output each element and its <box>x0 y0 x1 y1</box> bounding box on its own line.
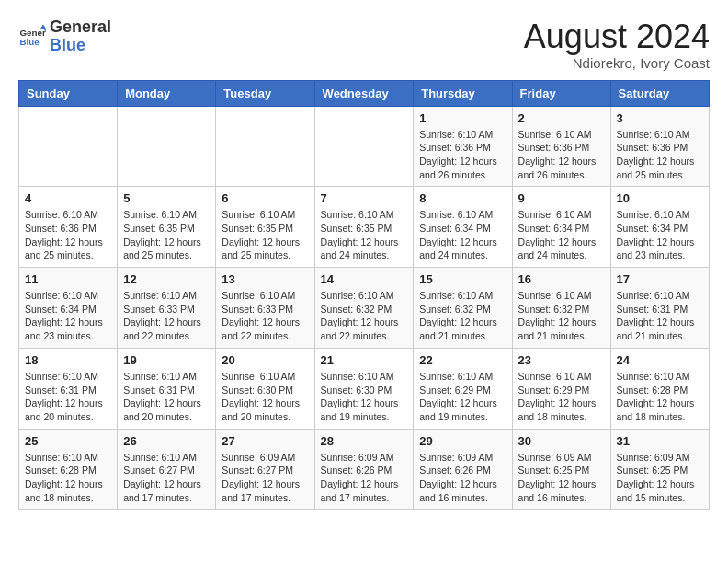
day-number: 13 <box>222 272 308 286</box>
calendar-cell: 10Sunrise: 6:10 AMSunset: 6:34 PMDayligh… <box>610 187 709 268</box>
calendar-cell: 27Sunrise: 6:09 AMSunset: 6:27 PMDayligh… <box>216 429 314 510</box>
logo-text: General Blue <box>50 18 111 55</box>
day-info: Sunrise: 6:10 AMSunset: 6:32 PMDaylight:… <box>518 289 605 343</box>
day-info: Sunrise: 6:10 AMSunset: 6:29 PMDaylight:… <box>419 370 506 424</box>
calendar-cell: 1Sunrise: 6:10 AMSunset: 6:36 PMDaylight… <box>414 106 512 187</box>
svg-text:General: General <box>20 27 47 37</box>
day-info: Sunrise: 6:10 AMSunset: 6:36 PMDaylight:… <box>518 128 605 182</box>
day-info: Sunrise: 6:09 AMSunset: 6:25 PMDaylight:… <box>617 451 703 505</box>
day-info: Sunrise: 6:10 AMSunset: 6:34 PMDaylight:… <box>617 208 703 262</box>
day-info: Sunrise: 6:09 AMSunset: 6:26 PMDaylight:… <box>419 451 506 505</box>
day-number: 27 <box>222 434 308 448</box>
calendar-cell: 19Sunrise: 6:10 AMSunset: 6:31 PMDayligh… <box>118 348 216 429</box>
day-number: 4 <box>25 191 111 205</box>
calendar-cell: 12Sunrise: 6:10 AMSunset: 6:33 PMDayligh… <box>118 268 216 349</box>
logo-line1: General <box>50 18 111 37</box>
location: Ndiorekro, Ivory Coast <box>524 55 710 71</box>
day-info: Sunrise: 6:10 AMSunset: 6:36 PMDaylight:… <box>25 208 111 262</box>
day-info: Sunrise: 6:10 AMSunset: 6:28 PMDaylight:… <box>25 451 111 505</box>
header: General Blue General Blue August 2024 Nd… <box>18 18 710 71</box>
calendar-cell: 16Sunrise: 6:10 AMSunset: 6:32 PMDayligh… <box>512 268 610 349</box>
day-number: 11 <box>25 272 111 286</box>
calendar-cell: 22Sunrise: 6:10 AMSunset: 6:29 PMDayligh… <box>414 348 512 429</box>
weekday-header: Monday <box>118 80 216 106</box>
calendar-cell: 17Sunrise: 6:10 AMSunset: 6:31 PMDayligh… <box>610 268 709 349</box>
calendar-cell: 24Sunrise: 6:10 AMSunset: 6:28 PMDayligh… <box>610 348 709 429</box>
calendar-cell: 5Sunrise: 6:10 AMSunset: 6:35 PMDaylight… <box>118 187 216 268</box>
calendar-cell: 2Sunrise: 6:10 AMSunset: 6:36 PMDaylight… <box>512 106 610 187</box>
day-number: 17 <box>617 272 703 286</box>
calendar-cell: 21Sunrise: 6:10 AMSunset: 6:30 PMDayligh… <box>314 348 414 429</box>
calendar-cell: 20Sunrise: 6:10 AMSunset: 6:30 PMDayligh… <box>216 348 314 429</box>
day-number: 7 <box>321 191 408 205</box>
calendar-cell: 29Sunrise: 6:09 AMSunset: 6:26 PMDayligh… <box>414 429 512 510</box>
day-info: Sunrise: 6:10 AMSunset: 6:31 PMDaylight:… <box>123 370 210 424</box>
day-number: 2 <box>518 111 605 125</box>
day-info: Sunrise: 6:10 AMSunset: 6:30 PMDaylight:… <box>321 370 408 424</box>
title-section: August 2024 Ndiorekro, Ivory Coast <box>524 18 710 71</box>
day-info: Sunrise: 6:10 AMSunset: 6:34 PMDaylight:… <box>419 208 506 262</box>
day-number: 19 <box>123 353 210 367</box>
day-info: Sunrise: 6:10 AMSunset: 6:33 PMDaylight:… <box>123 289 210 343</box>
day-number: 12 <box>123 272 210 286</box>
day-number: 25 <box>25 434 111 448</box>
weekday-header: Wednesday <box>314 80 414 106</box>
day-number: 18 <box>25 353 111 367</box>
calendar-cell: 31Sunrise: 6:09 AMSunset: 6:25 PMDayligh… <box>610 429 709 510</box>
day-info: Sunrise: 6:10 AMSunset: 6:29 PMDaylight:… <box>518 370 605 424</box>
day-info: Sunrise: 6:10 AMSunset: 6:35 PMDaylight:… <box>222 208 308 262</box>
calendar-cell: 13Sunrise: 6:10 AMSunset: 6:33 PMDayligh… <box>216 268 314 349</box>
calendar-cell: 11Sunrise: 6:10 AMSunset: 6:34 PMDayligh… <box>19 268 118 349</box>
day-number: 9 <box>518 191 605 205</box>
day-number: 30 <box>518 434 605 448</box>
day-number: 28 <box>321 434 408 448</box>
calendar-cell: 25Sunrise: 6:10 AMSunset: 6:28 PMDayligh… <box>19 429 118 510</box>
calendar-cell: 26Sunrise: 6:10 AMSunset: 6:27 PMDayligh… <box>118 429 216 510</box>
day-number: 31 <box>617 434 703 448</box>
day-number: 15 <box>419 272 506 286</box>
calendar-cell: 15Sunrise: 6:10 AMSunset: 6:32 PMDayligh… <box>414 268 512 349</box>
calendar-cell: 7Sunrise: 6:10 AMSunset: 6:35 PMDaylight… <box>314 187 414 268</box>
weekday-header: Tuesday <box>216 80 314 106</box>
calendar-cell: 30Sunrise: 6:09 AMSunset: 6:25 PMDayligh… <box>512 429 610 510</box>
day-info: Sunrise: 6:10 AMSunset: 6:32 PMDaylight:… <box>321 289 408 343</box>
weekday-header: Sunday <box>19 80 118 106</box>
day-number: 14 <box>321 272 408 286</box>
day-info: Sunrise: 6:10 AMSunset: 6:34 PMDaylight:… <box>25 289 111 343</box>
calendar-cell <box>216 106 314 187</box>
day-number: 26 <box>123 434 210 448</box>
weekday-header: Friday <box>512 80 610 106</box>
day-number: 20 <box>222 353 308 367</box>
day-number: 29 <box>419 434 506 448</box>
day-info: Sunrise: 6:10 AMSunset: 6:36 PMDaylight:… <box>419 128 506 182</box>
day-info: Sunrise: 6:10 AMSunset: 6:35 PMDaylight:… <box>321 208 408 262</box>
day-info: Sunrise: 6:10 AMSunset: 6:33 PMDaylight:… <box>222 289 308 343</box>
weekday-header: Thursday <box>414 80 512 106</box>
day-info: Sunrise: 6:10 AMSunset: 6:28 PMDaylight:… <box>617 370 703 424</box>
day-number: 23 <box>518 353 605 367</box>
day-number: 16 <box>518 272 605 286</box>
calendar: SundayMondayTuesdayWednesdayThursdayFrid… <box>18 80 710 511</box>
calendar-cell <box>118 106 216 187</box>
calendar-cell: 23Sunrise: 6:10 AMSunset: 6:29 PMDayligh… <box>512 348 610 429</box>
day-info: Sunrise: 6:10 AMSunset: 6:31 PMDaylight:… <box>25 370 111 424</box>
logo-icon: General Blue <box>18 23 46 51</box>
day-number: 3 <box>617 111 703 125</box>
day-info: Sunrise: 6:10 AMSunset: 6:34 PMDaylight:… <box>518 208 605 262</box>
day-number: 22 <box>419 353 506 367</box>
logo-line2: Blue <box>50 37 111 55</box>
svg-marker-2 <box>40 24 46 29</box>
weekday-header: Saturday <box>610 80 709 106</box>
calendar-cell: 18Sunrise: 6:10 AMSunset: 6:31 PMDayligh… <box>19 348 118 429</box>
day-number: 8 <box>419 191 506 205</box>
day-info: Sunrise: 6:10 AMSunset: 6:31 PMDaylight:… <box>617 289 703 343</box>
calendar-cell <box>19 106 118 187</box>
day-info: Sunrise: 6:09 AMSunset: 6:26 PMDaylight:… <box>321 451 408 505</box>
day-number: 1 <box>419 111 506 125</box>
calendar-cell: 9Sunrise: 6:10 AMSunset: 6:34 PMDaylight… <box>512 187 610 268</box>
logo: General Blue General Blue <box>18 18 111 55</box>
day-info: Sunrise: 6:10 AMSunset: 6:27 PMDaylight:… <box>123 451 210 505</box>
day-info: Sunrise: 6:09 AMSunset: 6:27 PMDaylight:… <box>222 451 308 505</box>
day-info: Sunrise: 6:10 AMSunset: 6:36 PMDaylight:… <box>617 128 703 182</box>
calendar-cell: 28Sunrise: 6:09 AMSunset: 6:26 PMDayligh… <box>314 429 414 510</box>
